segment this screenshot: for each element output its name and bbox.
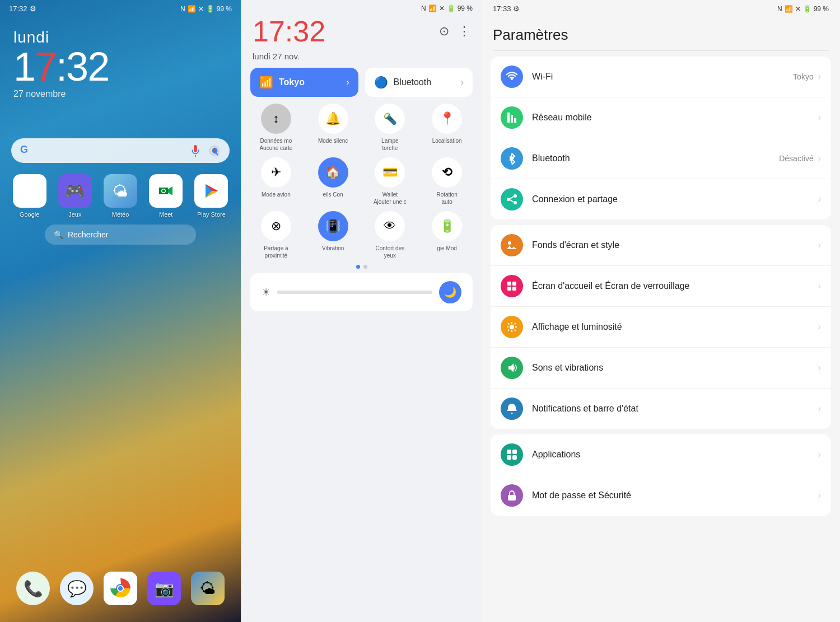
svg-rect-22 (512, 450, 517, 454)
app-phone[interactable]: 📞 (16, 572, 50, 605)
quick-plane-btn[interactable]: ✈ (261, 157, 291, 188)
dot-1[interactable] (356, 265, 360, 269)
settings-item-sharing[interactable]: Connexion et partage › (491, 179, 831, 219)
notif-brightness-icon2[interactable]: ⊙ (439, 24, 449, 39)
quick-location-btn[interactable]: 📍 (432, 104, 462, 134)
home-time: 17:32 (13, 46, 227, 87)
bt-item-text: Bluetooth (532, 153, 770, 163)
settings-panel: 17:33 ⚙ N 📶 ✕ 🔋 99 % Paramètres Wi-Fi To… (482, 0, 840, 622)
wifi-tile[interactable]: 📶 Tokyo › (250, 68, 358, 97)
quick-location[interactable]: 📍 Localisation (421, 104, 473, 152)
password-settings-icon (501, 484, 523, 507)
notif-header-icons: ⊙ ⋮ (439, 24, 470, 39)
settings-battery-pct: 99 % (814, 5, 829, 13)
quick-rotate-btn[interactable]: ⟲ (432, 157, 462, 188)
brightness-track[interactable] (277, 291, 432, 294)
svg-line-13 (510, 197, 514, 199)
app-google[interactable]: Google (11, 174, 48, 218)
app-meet[interactable]: Meet (148, 174, 184, 218)
password-chevron: › (818, 490, 821, 501)
wifi-tile-name: Tokyo (279, 77, 305, 87)
sounds-item-right: › (818, 363, 821, 373)
quick-data-btn[interactable]: ↕ (261, 104, 291, 134)
settings-status-right: N 📶 ✕ 🔋 99 % (777, 5, 829, 13)
app-chrome[interactable] (104, 572, 137, 605)
settings-item-notifs[interactable]: Notifications et barre d'état › (491, 389, 831, 429)
home-time-1: 1 (13, 44, 35, 89)
quick-plane[interactable]: ✈ Mode avion (250, 157, 302, 205)
settings-item-mobile[interactable]: Réseau mobile › (491, 97, 831, 138)
svg-point-15 (508, 241, 511, 245)
app-playstore[interactable]: Play Store (193, 174, 230, 218)
mobile-item-right: › (818, 113, 821, 123)
settings-item-apps[interactable]: Applications › (491, 434, 831, 475)
quick-eye-btn[interactable]: 👁 (375, 211, 405, 241)
svg-point-1 (213, 149, 216, 152)
notifs-item-text: Notifications et barre d'état (532, 404, 809, 414)
sharing-settings-icon (501, 188, 523, 211)
quick-data[interactable]: ↕ Données moAucune carte (250, 104, 302, 152)
settings-item-sounds[interactable]: Sons et vibrations › (491, 348, 831, 389)
display-item-text: Affichage et luminosité (532, 322, 809, 332)
homescreen-item-right: › (818, 281, 821, 291)
quick-torch-btn[interactable]: 🔦 (375, 104, 405, 134)
home-search-input[interactable] (38, 145, 185, 156)
mobile-settings-icon (501, 106, 523, 129)
quick-home-btn[interactable]: 🏠 (318, 157, 348, 188)
quick-energy-label: gie Mod (437, 245, 457, 252)
quick-wallet[interactable]: 💳 WalletAjouter une c (365, 157, 416, 205)
brightness-right-btn[interactable]: 🌙 (439, 281, 461, 303)
notif-battery-pct: 99 % (458, 4, 473, 12)
app-messages[interactable]: 💬 (60, 572, 94, 605)
quick-wallet-btn[interactable]: 💳 (375, 157, 405, 188)
brightness-fill (277, 291, 301, 294)
home-search-bar[interactable]: G (11, 138, 230, 163)
settings-item-wifi[interactable]: Wi-Fi Tokyo › (491, 57, 831, 97)
bt-item-label: Bluetooth (532, 153, 770, 163)
bt-item-value: Désactivé (779, 154, 813, 163)
quick-vibration[interactable]: 📳 Vibration (307, 211, 359, 259)
app-meteo[interactable]: 🌤 Météo (102, 174, 138, 218)
password-item-right: › (818, 490, 821, 501)
bt-tile[interactable]: 🔵 Bluetooth › (365, 68, 473, 97)
quick-silent[interactable]: 🔔 Mode silenc (307, 104, 359, 152)
home-date: 27 novembre (13, 89, 227, 99)
settings-item-display[interactable]: Affichage et luminosité › (491, 307, 831, 348)
password-item-text: Mot de passe et Sécurité (532, 490, 809, 501)
settings-battery: 🔋 (803, 5, 811, 13)
quick-vibration-btn[interactable]: 📳 (318, 211, 348, 241)
quick-torch[interactable]: 🔦 Lampetorche (365, 104, 416, 152)
svg-rect-19 (512, 287, 516, 291)
settings-item-bluetooth[interactable]: Bluetooth Désactivé › (491, 138, 831, 179)
wifi-status-icon: 📶 (188, 5, 196, 13)
meet-app-icon (149, 174, 183, 208)
mic-icon[interactable] (189, 144, 202, 157)
quick-eye[interactable]: 👁 Confort desyeux (365, 211, 416, 259)
settings-item-homescreen[interactable]: Écran d'accueil et Écran de verrouillage… (491, 266, 831, 307)
sharing-item-text: Connexion et partage (532, 194, 809, 204)
notif-menu-icon[interactable]: ⋮ (458, 24, 470, 39)
notif-panel: N 📶 ✕ 🔋 99 % 17:32 ⊙ ⋮ lundi 27 nov. 📶 T… (241, 0, 482, 622)
svg-point-11 (514, 194, 517, 198)
quick-silent-btn[interactable]: 🔔 (318, 104, 348, 134)
settings-item-password[interactable]: Mot de passe et Sécurité › (491, 475, 831, 516)
settings-status-bar: 17:33 ⚙ N 📶 ✕ 🔋 99 % (482, 0, 840, 17)
settings-item-wallpaper[interactable]: Fonds d'écran et style › (491, 225, 831, 266)
home-status-bar: 17:32 ⚙ N 📶 ✕ 🔋 99 % (0, 0, 241, 17)
quick-rotate[interactable]: ⟲ Rotationauto (421, 157, 473, 205)
quick-energy-btn[interactable]: 🔋 (432, 211, 462, 241)
display-item-right: › (818, 322, 821, 332)
wifi-tile-icon: 📶 (259, 76, 273, 89)
quick-energy[interactable]: 🔋 gie Mod (421, 211, 473, 259)
quick-share-btn[interactable]: ⊗ (261, 211, 291, 241)
lens-icon[interactable] (208, 144, 221, 157)
dot-2[interactable] (363, 265, 367, 269)
app-camera[interactable]: 📷 (147, 572, 181, 605)
svg-line-14 (510, 200, 514, 202)
quick-home[interactable]: 🏠 eils Con (307, 157, 359, 205)
app-jeux[interactable]: 🎮 Jeux (57, 174, 93, 218)
home-search-bottom[interactable]: 🔍 Rechercher (45, 225, 196, 245)
quick-share[interactable]: ⊗ Partage àproximité (250, 211, 302, 259)
app-weather-bottom[interactable]: 🌤 (191, 572, 225, 605)
mobile-item-text: Réseau mobile (532, 113, 809, 123)
